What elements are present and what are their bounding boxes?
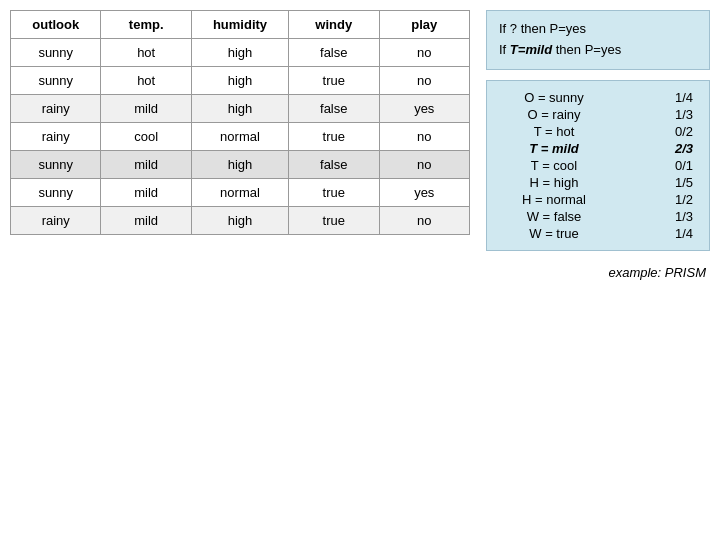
stats-label: T = hot bbox=[499, 123, 609, 140]
cell-humidity: normal bbox=[191, 179, 288, 207]
stats-row: T = mild2/3 bbox=[499, 140, 697, 157]
stats-value: 0/1 bbox=[609, 157, 697, 174]
cell-outlook: rainy bbox=[11, 123, 101, 151]
table-row: rainycoolnormaltrueno bbox=[11, 123, 470, 151]
stats-label: W = false bbox=[499, 208, 609, 225]
stats-row: T = hot0/2 bbox=[499, 123, 697, 140]
cell-outlook: sunny bbox=[11, 179, 101, 207]
table-row: sunnymildhighfalseno bbox=[11, 151, 470, 179]
cell-temp: hot bbox=[101, 67, 191, 95]
cell-windy: false bbox=[289, 39, 379, 67]
stats-row: O = rainy1/3 bbox=[499, 106, 697, 123]
stats-label: O = sunny bbox=[499, 89, 609, 106]
stats-value: 1/4 bbox=[609, 89, 697, 106]
stats-value: 0/2 bbox=[609, 123, 697, 140]
cell-play: yes bbox=[379, 179, 470, 207]
col-header-windy: windy bbox=[289, 11, 379, 39]
cell-temp: mild bbox=[101, 207, 191, 235]
cell-windy: true bbox=[289, 123, 379, 151]
cell-windy: true bbox=[289, 179, 379, 207]
stats-row: H = normal1/2 bbox=[499, 191, 697, 208]
cell-humidity: high bbox=[191, 39, 288, 67]
stats-table: O = sunny1/4O = rainy1/3T = hot0/2T = mi… bbox=[499, 89, 697, 242]
cell-humidity: high bbox=[191, 151, 288, 179]
cell-temp: mild bbox=[101, 151, 191, 179]
info-box: If ? then P=yes If T=mild then P=yes bbox=[486, 10, 710, 70]
stats-label: H = normal bbox=[499, 191, 609, 208]
table-row: sunnyhothightrueno bbox=[11, 67, 470, 95]
cell-humidity: high bbox=[191, 95, 288, 123]
info-line2-text: If T=mild then P=yes bbox=[499, 42, 621, 57]
col-header-outlook: outlook bbox=[11, 11, 101, 39]
cell-play: no bbox=[379, 67, 470, 95]
stats-value: 1/3 bbox=[609, 208, 697, 225]
stats-row: H = high1/5 bbox=[499, 174, 697, 191]
table-row: rainymildhighfalseyes bbox=[11, 95, 470, 123]
cell-outlook: rainy bbox=[11, 95, 101, 123]
cell-humidity: high bbox=[191, 67, 288, 95]
example-label: example: PRISM bbox=[486, 265, 710, 280]
cell-temp: hot bbox=[101, 39, 191, 67]
cell-humidity: normal bbox=[191, 123, 288, 151]
cell-temp: mild bbox=[101, 95, 191, 123]
stats-value: 1/5 bbox=[609, 174, 697, 191]
cell-temp: mild bbox=[101, 179, 191, 207]
info-line1: If ? then P=yes bbox=[499, 19, 697, 40]
cell-windy: false bbox=[289, 151, 379, 179]
cell-play: no bbox=[379, 151, 470, 179]
cell-windy: false bbox=[289, 95, 379, 123]
stats-box: O = sunny1/4O = rainy1/3T = hot0/2T = mi… bbox=[486, 80, 710, 251]
left-panel: outlook temp. humidity windy play sunnyh… bbox=[10, 10, 470, 530]
table-row: sunnyhothighfalseno bbox=[11, 39, 470, 67]
data-table: outlook temp. humidity windy play sunnyh… bbox=[10, 10, 470, 235]
stats-row: T = cool0/1 bbox=[499, 157, 697, 174]
cell-windy: true bbox=[289, 67, 379, 95]
cell-play: no bbox=[379, 123, 470, 151]
table-header-row: outlook temp. humidity windy play bbox=[11, 11, 470, 39]
cell-play: no bbox=[379, 39, 470, 67]
stats-value: 2/3 bbox=[609, 140, 697, 157]
stats-label: T = cool bbox=[499, 157, 609, 174]
cell-humidity: high bbox=[191, 207, 288, 235]
stats-label: H = high bbox=[499, 174, 609, 191]
stats-row: W = false1/3 bbox=[499, 208, 697, 225]
cell-windy: true bbox=[289, 207, 379, 235]
cell-outlook: sunny bbox=[11, 151, 101, 179]
table-row: sunnymildnormaltrueyes bbox=[11, 179, 470, 207]
cell-outlook: rainy bbox=[11, 207, 101, 235]
table-row: rainymildhightrueno bbox=[11, 207, 470, 235]
info-line2: If T=mild then P=yes bbox=[499, 40, 697, 61]
cell-temp: cool bbox=[101, 123, 191, 151]
stats-value: 1/4 bbox=[609, 225, 697, 242]
col-header-humidity: humidity bbox=[191, 11, 288, 39]
col-header-temp: temp. bbox=[101, 11, 191, 39]
stats-value: 1/3 bbox=[609, 106, 697, 123]
right-panel: If ? then P=yes If T=mild then P=yes O =… bbox=[486, 10, 710, 530]
cell-play: no bbox=[379, 207, 470, 235]
stats-value: 1/2 bbox=[609, 191, 697, 208]
stats-label: O = rainy bbox=[499, 106, 609, 123]
stats-row: O = sunny1/4 bbox=[499, 89, 697, 106]
cell-outlook: sunny bbox=[11, 67, 101, 95]
col-header-play: play bbox=[379, 11, 470, 39]
stats-label: T = mild bbox=[499, 140, 609, 157]
cell-outlook: sunny bbox=[11, 39, 101, 67]
stats-row: W = true1/4 bbox=[499, 225, 697, 242]
cell-play: yes bbox=[379, 95, 470, 123]
stats-label: W = true bbox=[499, 225, 609, 242]
